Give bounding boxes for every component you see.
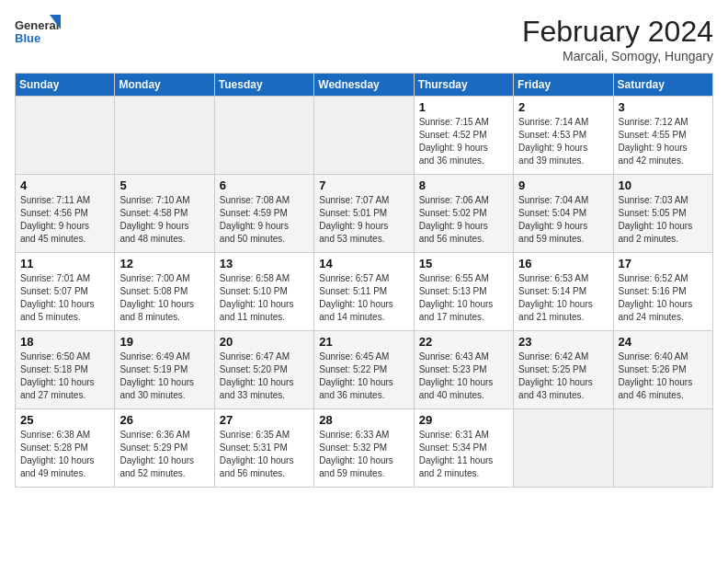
month-title: February 2024 <box>522 15 713 49</box>
col-header-friday: Friday <box>514 74 613 97</box>
calendar-cell: 10Sunrise: 7:03 AM Sunset: 5:05 PM Dayli… <box>613 175 712 253</box>
day-number: 11 <box>20 257 109 270</box>
logo: GeneralBlue <box>15 15 61 52</box>
day-number: 17 <box>619 257 708 270</box>
calendar-cell: 8Sunrise: 7:06 AM Sunset: 5:02 PM Daylig… <box>414 175 513 253</box>
calendar-week-row: 4Sunrise: 7:11 AM Sunset: 4:56 PM Daylig… <box>16 175 713 253</box>
day-number: 18 <box>20 335 109 349</box>
calendar-cell <box>514 409 613 488</box>
calendar-cell: 23Sunrise: 6:42 AM Sunset: 5:25 PM Dayli… <box>514 331 613 409</box>
calendar-cell: 5Sunrise: 7:10 AM Sunset: 4:58 PM Daylig… <box>115 175 214 253</box>
calendar-cell: 21Sunrise: 6:45 AM Sunset: 5:22 PM Dayli… <box>314 331 414 409</box>
calendar-cell: 14Sunrise: 6:57 AM Sunset: 5:11 PM Dayli… <box>314 253 414 331</box>
day-number: 15 <box>419 257 508 270</box>
calendar-week-row: 18Sunrise: 6:50 AM Sunset: 5:18 PM Dayli… <box>16 331 713 409</box>
calendar-cell: 16Sunrise: 6:53 AM Sunset: 5:14 PM Dayli… <box>514 253 613 331</box>
day-number: 19 <box>119 335 209 349</box>
day-number: 25 <box>20 413 109 427</box>
calendar-cell: 9Sunrise: 7:04 AM Sunset: 5:04 PM Daylig… <box>514 175 613 253</box>
calendar-table: SundayMondayTuesdayWednesdayThursdayFrid… <box>15 73 713 488</box>
calendar-cell: 22Sunrise: 6:43 AM Sunset: 5:23 PM Dayli… <box>414 331 513 409</box>
logo-svg: GeneralBlue <box>15 15 61 52</box>
day-number: 5 <box>119 178 209 192</box>
col-header-saturday: Saturday <box>613 74 712 97</box>
calendar-week-row: 11Sunrise: 7:01 AM Sunset: 5:07 PM Dayli… <box>16 253 713 331</box>
day-number: 28 <box>319 413 408 427</box>
calendar-cell: 12Sunrise: 7:00 AM Sunset: 5:08 PM Dayli… <box>115 253 214 331</box>
day-info: Sunrise: 7:04 AM Sunset: 5:04 PM Dayligh… <box>518 194 608 246</box>
day-number: 14 <box>319 257 408 270</box>
col-header-wednesday: Wednesday <box>314 74 414 97</box>
day-info: Sunrise: 6:33 AM Sunset: 5:32 PM Dayligh… <box>319 429 408 480</box>
title-block: February 2024 Marcali, Somogy, Hungary <box>522 15 713 63</box>
day-number: 13 <box>220 257 309 270</box>
location-subtitle: Marcali, Somogy, Hungary <box>522 49 713 63</box>
calendar-week-row: 25Sunrise: 6:38 AM Sunset: 5:28 PM Dayli… <box>16 409 713 488</box>
calendar-cell: 11Sunrise: 7:01 AM Sunset: 5:07 PM Dayli… <box>16 253 115 331</box>
day-number: 24 <box>619 335 708 349</box>
day-info: Sunrise: 7:03 AM Sunset: 5:05 PM Dayligh… <box>619 194 708 246</box>
calendar-cell: 20Sunrise: 6:47 AM Sunset: 5:20 PM Dayli… <box>214 331 313 409</box>
day-number: 3 <box>619 100 708 114</box>
calendar-cell: 26Sunrise: 6:36 AM Sunset: 5:29 PM Dayli… <box>115 409 214 488</box>
day-info: Sunrise: 7:10 AM Sunset: 4:58 PM Dayligh… <box>119 194 209 246</box>
day-info: Sunrise: 6:49 AM Sunset: 5:19 PM Dayligh… <box>119 350 209 402</box>
calendar-cell: 25Sunrise: 6:38 AM Sunset: 5:28 PM Dayli… <box>16 409 115 488</box>
col-header-monday: Monday <box>115 74 214 97</box>
day-number: 20 <box>220 335 309 349</box>
calendar-week-row: 1Sunrise: 7:15 AM Sunset: 4:52 PM Daylig… <box>16 97 713 175</box>
calendar-cell: 1Sunrise: 7:15 AM Sunset: 4:52 PM Daylig… <box>414 97 513 175</box>
day-number: 4 <box>20 178 109 192</box>
day-number: 8 <box>419 178 508 192</box>
calendar-cell: 3Sunrise: 7:12 AM Sunset: 4:55 PM Daylig… <box>613 97 712 175</box>
day-number: 27 <box>220 413 309 427</box>
day-number: 21 <box>319 335 408 349</box>
day-number: 12 <box>119 257 209 270</box>
calendar-cell <box>314 97 414 175</box>
calendar-cell: 15Sunrise: 6:55 AM Sunset: 5:13 PM Dayli… <box>414 253 513 331</box>
day-info: Sunrise: 6:52 AM Sunset: 5:16 PM Dayligh… <box>619 272 708 324</box>
day-number: 22 <box>419 335 508 349</box>
day-info: Sunrise: 6:55 AM Sunset: 5:13 PM Dayligh… <box>419 272 508 324</box>
day-info: Sunrise: 7:01 AM Sunset: 5:07 PM Dayligh… <box>20 272 109 324</box>
calendar-cell: 2Sunrise: 7:14 AM Sunset: 4:53 PM Daylig… <box>514 97 613 175</box>
day-info: Sunrise: 6:36 AM Sunset: 5:29 PM Dayligh… <box>119 429 209 480</box>
day-info: Sunrise: 7:15 AM Sunset: 4:52 PM Dayligh… <box>419 116 508 167</box>
day-info: Sunrise: 6:45 AM Sunset: 5:22 PM Dayligh… <box>319 350 408 402</box>
day-info: Sunrise: 6:47 AM Sunset: 5:20 PM Dayligh… <box>220 350 309 402</box>
calendar-cell <box>214 97 313 175</box>
calendar-cell <box>613 409 712 488</box>
day-info: Sunrise: 7:14 AM Sunset: 4:53 PM Dayligh… <box>518 116 608 167</box>
day-number: 16 <box>518 257 608 270</box>
day-info: Sunrise: 7:11 AM Sunset: 4:56 PM Dayligh… <box>20 194 109 246</box>
calendar-cell: 27Sunrise: 6:35 AM Sunset: 5:31 PM Dayli… <box>214 409 313 488</box>
day-number: 26 <box>119 413 209 427</box>
calendar-header-row: SundayMondayTuesdayWednesdayThursdayFrid… <box>16 74 713 97</box>
calendar-cell: 6Sunrise: 7:08 AM Sunset: 4:59 PM Daylig… <box>214 175 313 253</box>
svg-text:Blue: Blue <box>15 31 40 45</box>
day-info: Sunrise: 7:08 AM Sunset: 4:59 PM Dayligh… <box>220 194 309 246</box>
col-header-thursday: Thursday <box>414 74 513 97</box>
day-number: 2 <box>518 100 608 114</box>
day-info: Sunrise: 6:40 AM Sunset: 5:26 PM Dayligh… <box>619 350 708 402</box>
calendar-cell: 17Sunrise: 6:52 AM Sunset: 5:16 PM Dayli… <box>613 253 712 331</box>
day-number: 23 <box>518 335 608 349</box>
day-info: Sunrise: 6:53 AM Sunset: 5:14 PM Dayligh… <box>518 272 608 324</box>
day-number: 7 <box>319 178 408 192</box>
day-info: Sunrise: 7:12 AM Sunset: 4:55 PM Dayligh… <box>619 116 708 167</box>
col-header-sunday: Sunday <box>16 74 115 97</box>
day-info: Sunrise: 6:35 AM Sunset: 5:31 PM Dayligh… <box>220 429 309 480</box>
day-info: Sunrise: 7:07 AM Sunset: 5:01 PM Dayligh… <box>319 194 408 246</box>
day-info: Sunrise: 6:31 AM Sunset: 5:34 PM Dayligh… <box>419 429 508 480</box>
day-info: Sunrise: 7:00 AM Sunset: 5:08 PM Dayligh… <box>119 272 209 324</box>
calendar-cell: 19Sunrise: 6:49 AM Sunset: 5:19 PM Dayli… <box>115 331 214 409</box>
calendar-cell: 28Sunrise: 6:33 AM Sunset: 5:32 PM Dayli… <box>314 409 414 488</box>
calendar-cell: 18Sunrise: 6:50 AM Sunset: 5:18 PM Dayli… <box>16 331 115 409</box>
calendar-cell: 7Sunrise: 7:07 AM Sunset: 5:01 PM Daylig… <box>314 175 414 253</box>
day-info: Sunrise: 6:42 AM Sunset: 5:25 PM Dayligh… <box>518 350 608 402</box>
day-info: Sunrise: 6:57 AM Sunset: 5:11 PM Dayligh… <box>319 272 408 324</box>
calendar-cell <box>115 97 214 175</box>
calendar-cell: 24Sunrise: 6:40 AM Sunset: 5:26 PM Dayli… <box>613 331 712 409</box>
col-header-tuesday: Tuesday <box>214 74 313 97</box>
calendar-cell <box>16 97 115 175</box>
